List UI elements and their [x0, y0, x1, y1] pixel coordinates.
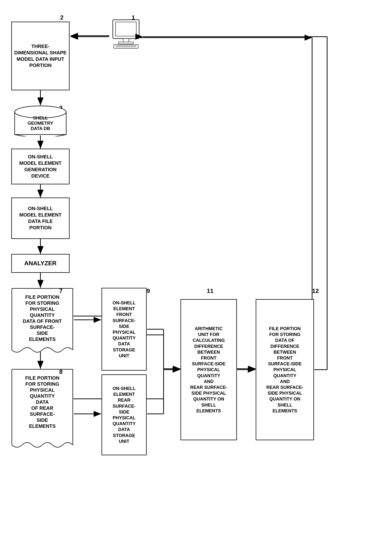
svg-text:ELEMENTS: ELEMENTS — [29, 336, 56, 342]
svg-text:DATA DB: DATA DB — [31, 126, 50, 131]
svg-rect-26 — [114, 45, 138, 48]
svg-text:PHYSICAL: PHYSICAL — [30, 306, 55, 312]
box-7: FILE PORTION FOR STORING PHYSICAL QUANTI… — [11, 288, 73, 355]
svg-rect-23 — [116, 22, 136, 36]
label-11: 11 — [207, 287, 214, 294]
label-9: 9 — [147, 287, 150, 294]
svg-rect-24 — [123, 38, 129, 42]
label-12: 12 — [312, 287, 319, 294]
box-12: FILE PORTIONFOR STORINGDATA OFDIFFERENCE… — [256, 299, 314, 440]
cylinder-3: SHELL GEOMETRY DATA DB — [14, 105, 67, 136]
box-4: ON-SHELLMODEL ELEMENTGENERATIONDEVICE — [11, 149, 70, 184]
box-11: ARITHMETICUNIT FORCALCULATINGDIFFERENCEB… — [180, 299, 237, 440]
svg-text:SURFACE-: SURFACE- — [30, 411, 55, 417]
box-10: ON-SHELLELEMENTREARSURFACE-SIDEPHYSICALQ… — [102, 374, 147, 455]
svg-text:QUANTITY: QUANTITY — [30, 312, 55, 318]
svg-text:DATA: DATA — [36, 399, 49, 405]
svg-text:SURFACE-: SURFACE- — [30, 324, 55, 330]
svg-text:DATA OF FRONT: DATA OF FRONT — [23, 318, 62, 324]
box-8: FILE PORTION FOR STORING PHYSICAL QUANTI… — [11, 369, 73, 450]
svg-text:FOR STORING: FOR STORING — [25, 300, 59, 306]
svg-text:FILE PORTION: FILE PORTION — [25, 375, 59, 381]
svg-text:OF REAR: OF REAR — [31, 405, 53, 411]
diagram-container: 1 2 THREE- DIMENSIONAL SHAPE MODEL DATA … — [0, 0, 392, 545]
svg-text:PHYSICAL: PHYSICAL — [30, 387, 55, 393]
svg-text:FOR STORING: FOR STORING — [25, 381, 59, 387]
box-6: ANALYZER — [11, 254, 70, 273]
svg-text:SHELL: SHELL — [33, 115, 48, 120]
box-5: ON-SHELLMODEL ELEMENTDATA FILEPORTION — [11, 198, 70, 239]
box-2: THREE- DIMENSIONAL SHAPE MODEL DATA INPU… — [11, 22, 70, 90]
svg-rect-25 — [118, 42, 134, 44]
svg-text:ELEMENTS: ELEMENTS — [29, 423, 56, 429]
computer-icon — [109, 18, 143, 50]
svg-text:GEOMETRY: GEOMETRY — [28, 121, 53, 126]
box-9: ON-SHELLELEMENTFRONTSURFACE-SIDEPHYSICAL… — [102, 288, 147, 371]
svg-text:QUANTITY: QUANTITY — [30, 393, 55, 399]
label-2: 2 — [60, 14, 64, 21]
svg-text:SIDE: SIDE — [37, 330, 48, 336]
svg-text:SIDE: SIDE — [37, 417, 48, 423]
svg-text:FILE PORTION: FILE PORTION — [25, 294, 59, 300]
